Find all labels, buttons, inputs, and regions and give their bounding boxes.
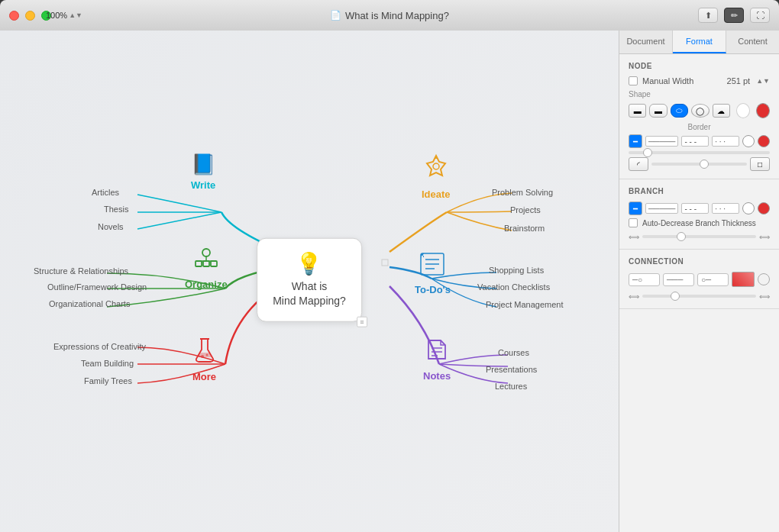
window-title: 📄 What is Mind Mapping? [330,10,449,21]
conn-opacity[interactable] [758,273,770,285]
shape-cloud[interactable]: ☁ [713,104,730,118]
leaf-team[interactable]: Team Building [81,359,134,368]
expand-button[interactable]: ≡ [357,316,367,327]
leaf-org-charts[interactable]: Organizational Charts [49,299,130,308]
corner-btn1[interactable]: ◜ [629,157,648,171]
corner-slider[interactable] [651,163,747,166]
zoom-value: 100% [46,11,67,20]
branch-notes[interactable]: Notes [423,336,451,382]
border-dashed2[interactable]: · · · [712,136,739,147]
leaf-courses[interactable]: Courses [498,348,529,357]
branch-thickness-row: ⟺ ⟺ [629,232,770,241]
panel-node-section: NODE Manual Width 251 pt ▲▼ Shape ▬ ▬ ⬭ … [619,54,779,179]
leaf-structure[interactable]: Structure & Relationships [34,266,128,276]
minimize-button[interactable] [25,11,35,21]
shape-title: Shape [629,90,651,98]
leaf-creativity[interactable]: Expressions of Creativity [53,342,146,351]
todos-icon [415,252,451,281]
corner-row: ◜ □ [629,157,770,171]
canvas-area[interactable]: 💡 What is Mind Mapping? ≡ 📘 Write Articl… [0,31,619,532]
shape-round-rect[interactable]: ▬ [649,104,667,118]
tab-format[interactable]: Format [673,31,726,53]
shape-rounded[interactable]: ⬭ [671,104,688,118]
leaf-thesis[interactable]: Thesis [104,205,128,214]
branch-end2[interactable] [758,202,770,214]
branch-dashed2[interactable]: · · · [712,203,739,214]
zoom-control[interactable]: 100% ▲▼ [46,11,82,20]
more-label: More [192,371,216,382]
branch-end1[interactable] [742,202,755,214]
leaf-novels[interactable]: Novels [98,222,124,231]
pen-button[interactable]: ✏ [724,8,744,23]
conn-thickness-slider[interactable] [642,295,756,298]
connection-section-title: CONNECTION [629,257,770,266]
branch-more[interactable]: More [192,336,216,382]
border-dashed1[interactable]: - - - [681,136,709,147]
leaf-problem[interactable]: Problem Solving [492,188,553,197]
width-value: 251 pt [727,76,751,85]
corner-btn2[interactable]: □ [750,157,770,171]
manual-width-label: Manual Width [642,76,693,85]
ideate-label: Ideate [422,189,451,200]
branch-dashed1[interactable]: - - - [681,203,709,214]
leaf-brainstorm[interactable]: Brainstorm [504,224,545,233]
notes-label: Notes [423,370,451,382]
main-area: 💡 What is Mind Mapping? ≡ 📘 Write Articl… [0,31,779,532]
tab-content[interactable]: Content [726,31,779,53]
branch-ideate[interactable]: Ideate [422,153,451,200]
leaf-presentations[interactable]: Presentations [486,365,537,374]
leaf-outline[interactable]: Outline/Framework Design [47,282,147,292]
manual-width-checkbox[interactable] [629,76,638,85]
tab-document[interactable]: Document [619,31,673,53]
border-end-color2[interactable] [758,135,770,147]
center-node[interactable]: 💡 What is Mind Mapping? ≡ [257,237,362,321]
svg-point-10 [201,355,204,358]
conn-start[interactable]: ─○ [629,273,660,286]
document-icon: 📄 [330,10,341,21]
border-thickness-slider[interactable] [629,151,770,154]
conn-thickness-row: ⟺ ⟺ [629,292,770,301]
leaf-lectures[interactable]: Lectures [495,382,527,391]
border-solid[interactable]: ───── [645,136,678,147]
conn-color[interactable] [732,272,755,287]
lightbulb-icon: 💡 [273,250,346,276]
shape-ellipse[interactable]: ◯ [691,104,709,118]
border-color-btn[interactable]: ━ [629,134,642,148]
node-color-swatch[interactable] [736,103,750,118]
svg-rect-7 [203,261,209,266]
width-stepper[interactable]: ▲▼ [756,77,770,85]
write-label: Write [191,179,215,191]
conn-middle[interactable]: ─── [663,273,694,286]
auto-decrease-row: Auto-Decrease Branch Thickness [629,218,770,227]
branch-write[interactable]: 📘 Write [191,153,215,191]
close-button[interactable] [9,11,19,21]
conn-end[interactable]: ○─ [697,273,729,286]
conn-style-row: ─○ ─── ○─ [629,272,770,287]
node-border-color[interactable] [756,103,770,118]
leaf-projects[interactable]: Projects [510,205,541,214]
auto-decrease-label: Auto-Decrease Branch Thickness [642,219,756,227]
share-button[interactable]: ⬆ [698,8,718,23]
branch-organize[interactable]: Organize [185,248,228,290]
shape-rect[interactable]: ▬ [629,104,646,118]
flask-icon [192,336,216,368]
auto-decrease-checkbox[interactable] [629,218,638,227]
svg-rect-8 [211,261,217,266]
branch-thickness-slider[interactable] [642,235,756,238]
leaf-project-mgmt[interactable]: Project Management [486,300,564,309]
leaf-shopping[interactable]: Shopping Lists [489,266,544,275]
zoom-stepper[interactable]: ▲▼ [69,11,82,19]
right-panel: Document Format Content NODE Manual Widt… [619,31,779,532]
branch-style-row: ━ ───── - - - · · · [629,202,770,215]
leaf-vacation[interactable]: Vacation Checklists [477,282,550,292]
leaf-articles[interactable]: Articles [92,188,119,197]
border-end-color[interactable] [742,135,755,147]
write-icon: 📘 [191,153,215,176]
leaf-family[interactable]: Family Trees [84,376,132,385]
panel-connection-section: CONNECTION ─○ ─── ○─ ⟺ ⟺ [619,250,779,309]
branch-todos[interactable]: To-Do's [415,252,451,295]
branch-color-btn[interactable]: ━ [629,202,642,215]
fullscreen-button[interactable]: ⛶ [750,8,770,23]
todos-label: To-Do's [415,284,451,295]
branch-solid[interactable]: ───── [645,203,678,214]
